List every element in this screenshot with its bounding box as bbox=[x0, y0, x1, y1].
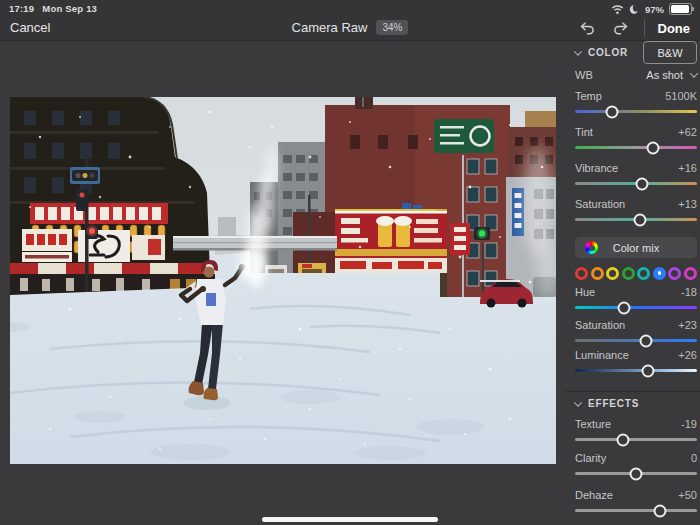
redo-icon bbox=[612, 21, 629, 35]
tint-knob[interactable] bbox=[647, 141, 660, 154]
saturation-label: Saturation bbox=[575, 198, 625, 212]
undo-icon bbox=[579, 21, 596, 35]
edit-panel: COLOR B&W WB As shot Temp5100K Tint+62 V… bbox=[565, 40, 700, 525]
toolbar-separator bbox=[644, 19, 645, 37]
clarity-track[interactable] bbox=[575, 472, 697, 475]
dehaze-value: +50 bbox=[678, 489, 697, 503]
white-balance-row[interactable]: WB As shot bbox=[575, 67, 697, 82]
texture-slider-row: Texture-19 bbox=[575, 418, 697, 448]
chevron-down-icon bbox=[574, 398, 582, 406]
chevron-down-icon bbox=[574, 47, 582, 55]
toolbar-right: Done bbox=[578, 17, 691, 39]
zoom-level-badge[interactable]: 34% bbox=[376, 20, 408, 35]
texture-label: Texture bbox=[575, 418, 611, 432]
hue-track[interactable] bbox=[575, 306, 697, 309]
hue-slider-row: Hue-18 bbox=[575, 286, 697, 316]
saturation-track[interactable] bbox=[575, 218, 697, 221]
status-bar: 17:19 Mon Sep 13 97% bbox=[0, 0, 700, 16]
texture-knob[interactable] bbox=[616, 433, 629, 446]
effects-section-label: EFFECTS bbox=[588, 398, 639, 409]
wifi-icon bbox=[611, 4, 624, 15]
color-section-header[interactable]: COLOR bbox=[575, 47, 628, 58]
clarity-label: Clarity bbox=[575, 452, 606, 466]
status-date: Mon Sep 13 bbox=[42, 3, 97, 14]
channel-red[interactable] bbox=[575, 267, 588, 280]
hue-value: -18 bbox=[681, 286, 697, 300]
wb-label: WB bbox=[575, 69, 593, 81]
dehaze-label: Dehaze bbox=[575, 489, 613, 503]
redo-button[interactable] bbox=[611, 18, 631, 38]
wb-value: As shot bbox=[646, 69, 683, 81]
photo-scene bbox=[10, 97, 556, 464]
saturation-slider-row: Saturation+13 bbox=[575, 198, 697, 228]
hue-knob[interactable] bbox=[617, 301, 630, 314]
done-button[interactable]: Done bbox=[658, 21, 691, 36]
channel-magenta[interactable] bbox=[684, 267, 697, 280]
channel-yellow[interactable] bbox=[606, 267, 619, 280]
camera-raw-editor: 17:19 Mon Sep 13 97% Cancel Camera Raw bbox=[0, 0, 700, 525]
status-time-date: 17:19 Mon Sep 13 bbox=[9, 3, 97, 14]
vibrance-value: +16 bbox=[678, 162, 697, 176]
channel-purple[interactable] bbox=[668, 267, 681, 280]
bw-toggle-button[interactable]: B&W bbox=[643, 41, 697, 64]
luminance-value: +26 bbox=[678, 349, 697, 363]
vibrance-knob[interactable] bbox=[636, 177, 649, 190]
temp-slider-row: Temp5100K bbox=[575, 90, 697, 120]
temp-track[interactable] bbox=[575, 110, 697, 113]
photo-canvas[interactable] bbox=[10, 97, 556, 464]
status-time: 17:19 bbox=[9, 3, 34, 14]
saturation-knob[interactable] bbox=[633, 213, 646, 226]
effects-section-header[interactable]: EFFECTS bbox=[575, 398, 639, 409]
mix-saturation-label: Saturation bbox=[575, 319, 625, 333]
top-bar: 17:19 Mon Sep 13 97% Cancel Camera Raw bbox=[0, 0, 700, 41]
vibrance-slider-row: Vibrance+16 bbox=[575, 162, 697, 192]
color-channel-dots bbox=[575, 266, 697, 280]
luminance-track[interactable] bbox=[575, 369, 697, 372]
mix-saturation-value: +23 bbox=[678, 319, 697, 333]
temp-label: Temp bbox=[575, 90, 602, 104]
dehaze-track[interactable] bbox=[575, 509, 697, 512]
mix-saturation-knob[interactable] bbox=[639, 334, 652, 347]
vibrance-label: Vibrance bbox=[575, 162, 618, 176]
battery-percent: 97% bbox=[645, 4, 664, 15]
channel-blue-selected[interactable] bbox=[653, 267, 666, 280]
color-section-label: COLOR bbox=[588, 47, 628, 58]
page-title: Camera Raw bbox=[292, 20, 368, 35]
section-divider bbox=[565, 391, 700, 392]
color-mix-label: Color mix bbox=[613, 242, 659, 254]
moon-icon bbox=[629, 4, 640, 15]
hue-label: Hue bbox=[575, 286, 595, 300]
clarity-value: 0 bbox=[691, 452, 697, 466]
undo-button[interactable] bbox=[578, 18, 598, 38]
dehaze-slider-row: Dehaze+50 bbox=[575, 489, 697, 519]
texture-track[interactable] bbox=[575, 438, 697, 441]
wb-value-dropdown[interactable]: As shot bbox=[646, 69, 697, 81]
channel-orange[interactable] bbox=[591, 267, 604, 280]
mix-saturation-track[interactable] bbox=[575, 339, 697, 342]
channel-green[interactable] bbox=[622, 267, 635, 280]
luminance-knob[interactable] bbox=[642, 364, 655, 377]
mix-saturation-slider-row: Saturation+23 bbox=[575, 319, 697, 349]
color-mix-button[interactable]: Color mix bbox=[575, 237, 697, 258]
dehaze-knob[interactable] bbox=[654, 504, 667, 517]
tint-value: +62 bbox=[678, 126, 697, 140]
luminance-slider-row: Luminance+26 bbox=[575, 349, 697, 379]
texture-value: -19 bbox=[681, 418, 697, 432]
vibrance-track[interactable] bbox=[575, 182, 697, 185]
battery-icon bbox=[669, 3, 692, 15]
temp-value: 5100K bbox=[665, 90, 697, 104]
home-indicator[interactable] bbox=[262, 517, 438, 522]
luminance-label: Luminance bbox=[575, 349, 629, 363]
tint-track[interactable] bbox=[575, 146, 697, 149]
photo-green-sign bbox=[434, 119, 494, 153]
saturation-value: +13 bbox=[678, 198, 697, 212]
clarity-slider-row: Clarity0 bbox=[575, 452, 697, 482]
temp-knob[interactable] bbox=[605, 105, 618, 118]
status-icons: 97% bbox=[611, 3, 692, 15]
tint-label: Tint bbox=[575, 126, 593, 140]
channel-cyan[interactable] bbox=[637, 267, 650, 280]
chevron-down-icon bbox=[690, 69, 698, 77]
color-wheel-icon bbox=[585, 241, 598, 254]
clarity-knob[interactable] bbox=[630, 467, 643, 480]
tint-slider-row: Tint+62 bbox=[575, 126, 697, 156]
